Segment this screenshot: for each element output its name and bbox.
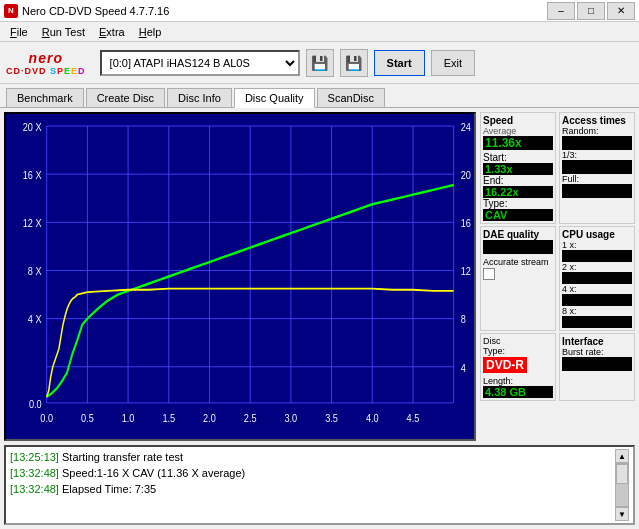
log-line-3: [13:32:48] Elapsed Time: 7:35 <box>10 481 613 497</box>
svg-text:4.0: 4.0 <box>366 412 379 424</box>
log-scrollbar[interactable]: ▲ ▼ <box>615 449 629 521</box>
disc-length-label: Length: <box>483 376 553 386</box>
log-content: [13:25:13] Starting transfer rate test [… <box>10 449 613 521</box>
dae-section: DAE quality Accurate stream <box>480 226 556 331</box>
cpu-usage-section: CPU usage 1 x: 2 x: 4 x: 8 x: <box>559 226 635 331</box>
eject-button[interactable]: 💾 <box>306 49 334 77</box>
close-button[interactable]: ✕ <box>607 2 635 20</box>
app-icon: N <box>4 4 18 18</box>
save-button[interactable]: 💾 <box>340 49 368 77</box>
titlebar-controls: – □ ✕ <box>547 2 635 20</box>
interface-section: Interface Burst rate: <box>559 333 635 401</box>
disc-type-sub: Type: <box>483 346 553 356</box>
scroll-down-button[interactable]: ▼ <box>615 507 629 521</box>
svg-text:0.5: 0.5 <box>81 412 94 424</box>
menu-help[interactable]: Help <box>133 24 168 40</box>
cpu-8x-label: 8 x: <box>562 306 632 316</box>
menu-runtest[interactable]: Run Test <box>36 24 91 40</box>
dae-title: DAE quality <box>483 229 553 240</box>
interface-title: Interface <box>562 336 632 347</box>
maximize-button[interactable]: □ <box>577 2 605 20</box>
tab-create-disc[interactable]: Create Disc <box>86 88 165 107</box>
cpu-2x-bar <box>562 272 632 284</box>
tab-disc-quality[interactable]: Disc Quality <box>234 88 315 108</box>
log-line-1: [13:25:13] Starting transfer rate test <box>10 449 613 465</box>
svg-text:2.0: 2.0 <box>203 412 216 424</box>
chart-container: 20 X 16 X 12 X 8 X 4 X 0.0 24 20 16 12 8… <box>4 112 476 441</box>
svg-text:4 X: 4 X <box>28 314 42 326</box>
access-random-bar <box>562 136 632 150</box>
drive-selector[interactable]: [0:0] ATAPI iHAS124 B AL0S <box>100 50 300 76</box>
svg-text:8 X: 8 X <box>28 266 42 278</box>
log-text-1: Starting transfer rate test <box>62 451 183 463</box>
svg-text:8: 8 <box>461 314 466 326</box>
svg-text:0.0: 0.0 <box>40 412 53 424</box>
svg-text:12 X: 12 X <box>23 217 42 229</box>
titlebar: N Nero CD-DVD Speed 4.7.7.16 – □ ✕ <box>0 0 639 22</box>
access-onethird-bar <box>562 160 632 174</box>
accurate-stream-checkbox[interactable] <box>483 268 495 280</box>
log-timestamp-1: [13:25:13] <box>10 451 59 463</box>
svg-text:20 X: 20 X <box>23 121 42 133</box>
content-area: 20 X 16 X 12 X 8 X 4 X 0.0 24 20 16 12 8… <box>0 108 639 445</box>
speed-start-label: Start: <box>483 152 553 163</box>
start-button[interactable]: Start <box>374 50 425 76</box>
exit-button[interactable]: Exit <box>431 50 475 76</box>
menubar: File Run Test Extra Help <box>0 22 639 42</box>
titlebar-left: N Nero CD-DVD Speed 4.7.7.16 <box>4 4 169 18</box>
svg-text:1.0: 1.0 <box>122 412 135 424</box>
svg-text:24: 24 <box>461 121 472 133</box>
log-text-2: Speed:1-16 X CAV (11.36 X average) <box>62 467 245 479</box>
disc-type-value: DVD-R <box>483 357 527 373</box>
scroll-up-button[interactable]: ▲ <box>615 449 629 463</box>
dae-cpu-row: DAE quality Accurate stream CPU usage 1 … <box>480 226 635 331</box>
svg-text:16: 16 <box>461 217 472 229</box>
svg-text:1.5: 1.5 <box>162 412 175 424</box>
nero-logo: nero CD·DVD SPEED <box>6 50 86 76</box>
access-full-label: Full: <box>562 174 632 184</box>
tab-disc-info[interactable]: Disc Info <box>167 88 232 107</box>
minimize-button[interactable]: – <box>547 2 575 20</box>
svg-text:12: 12 <box>461 266 472 278</box>
svg-text:2.5: 2.5 <box>244 412 257 424</box>
toolbar: nero CD·DVD SPEED [0:0] ATAPI iHAS124 B … <box>0 42 639 84</box>
scroll-thumb[interactable] <box>616 464 628 484</box>
speed-average-label: Average <box>483 126 553 136</box>
access-times-section: Access times Random: 1/3: Full: <box>559 112 635 224</box>
log-text-3: Elapsed Time: 7:35 <box>62 483 156 495</box>
speed-access-row: Speed Average 11.36x Start: 1.33x End: 1… <box>480 112 635 224</box>
tab-scandisc[interactable]: ScanDisc <box>317 88 385 107</box>
window-title: Nero CD-DVD Speed 4.7.7.16 <box>22 5 169 17</box>
access-onethird-label: 1/3: <box>562 150 632 160</box>
burst-label: Burst rate: <box>562 347 632 357</box>
cpu-8x-bar <box>562 316 632 328</box>
speed-end-value: 16.22x <box>483 186 553 198</box>
svg-text:16 X: 16 X <box>23 169 42 181</box>
cpu-1x-label: 1 x: <box>562 240 632 250</box>
svg-text:4: 4 <box>461 362 466 374</box>
speed-average-value: 11.36x <box>483 136 553 150</box>
burst-bar <box>562 357 632 371</box>
cpu-2x-label: 2 x: <box>562 262 632 272</box>
svg-text:20: 20 <box>461 169 472 181</box>
dae-bar <box>483 240 553 254</box>
scroll-track <box>615 463 629 507</box>
right-panel: Speed Average 11.36x Start: 1.33x End: 1… <box>480 112 635 441</box>
svg-text:3.0: 3.0 <box>285 412 298 424</box>
log-timestamp-2: [13:32:48] <box>10 467 59 479</box>
access-title: Access times <box>562 115 632 126</box>
cpu-4x-bar <box>562 294 632 306</box>
accurate-stream-label: Accurate stream <box>483 257 553 267</box>
disc-section: Disc Type: DVD-R Length: 4.38 GB <box>480 333 556 401</box>
speed-start-value: 1.33x <box>483 163 553 175</box>
chart-svg: 20 X 16 X 12 X 8 X 4 X 0.0 24 20 16 12 8… <box>6 114 474 439</box>
speed-type-value: CAV <box>483 209 553 221</box>
menu-file[interactable]: File <box>4 24 34 40</box>
menu-extra[interactable]: Extra <box>93 24 131 40</box>
disc-length-value: 4.38 GB <box>483 386 553 398</box>
log-timestamp-3: [13:32:48] <box>10 483 59 495</box>
tab-benchmark[interactable]: Benchmark <box>6 88 84 107</box>
app-window: N Nero CD-DVD Speed 4.7.7.16 – □ ✕ File … <box>0 0 639 529</box>
nero-logo-text: nero <box>29 50 63 66</box>
tabs-bar: Benchmark Create Disc Disc Info Disc Qua… <box>0 84 639 108</box>
